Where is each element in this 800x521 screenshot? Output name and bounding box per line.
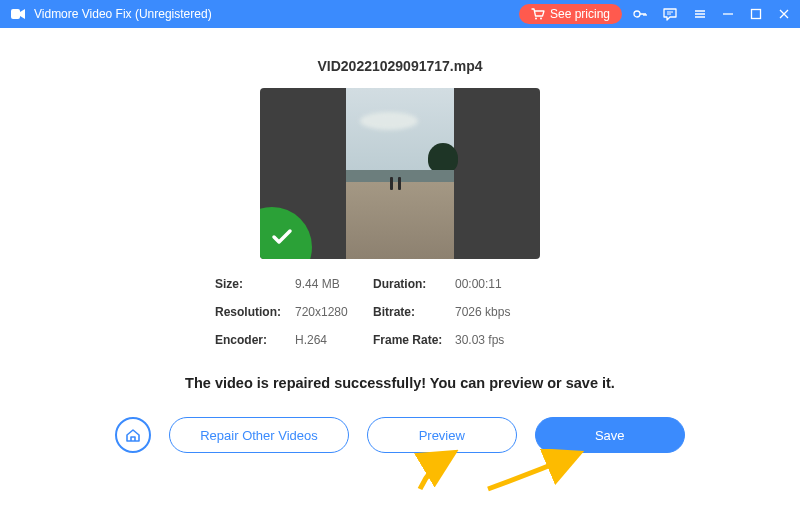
minimize-icon[interactable]: [722, 8, 734, 20]
app-title: Vidmore Video Fix (Unregistered): [34, 7, 212, 21]
repair-other-videos-button[interactable]: Repair Other Videos: [169, 417, 349, 453]
close-icon[interactable]: [778, 8, 790, 20]
framerate-label: Frame Rate:: [373, 333, 455, 347]
duration-label: Duration:: [373, 277, 455, 291]
see-pricing-button[interactable]: See pricing: [519, 4, 622, 24]
save-label: Save: [595, 428, 625, 443]
bitrate-label: Bitrate:: [373, 305, 455, 319]
encoder-value: H.264: [295, 333, 373, 347]
annotation-arrow-icon: [410, 449, 470, 493]
cart-icon: [531, 8, 545, 20]
resolution-label: Resolution:: [215, 305, 295, 319]
video-preview-thumbnail: [260, 88, 540, 259]
home-icon: [124, 426, 142, 444]
bitrate-value: 7026 kbps: [455, 305, 545, 319]
key-icon[interactable]: [632, 6, 648, 22]
resolution-value: 720x1280: [295, 305, 373, 319]
success-message: The video is repaired successfully! You …: [0, 375, 800, 391]
svg-rect-4: [752, 10, 761, 19]
home-button[interactable]: [115, 417, 151, 453]
encoder-label: Encoder:: [215, 333, 295, 347]
feedback-icon[interactable]: [662, 6, 678, 22]
video-metadata: Size: 9.44 MB Duration: 00:00:11 Resolut…: [215, 277, 585, 347]
maximize-icon[interactable]: [750, 8, 762, 20]
menu-icon[interactable]: [692, 6, 708, 22]
preview-button[interactable]: Preview: [367, 417, 517, 453]
duration-value: 00:00:11: [455, 277, 545, 291]
app-logo-icon: [10, 6, 26, 22]
framerate-value: 30.03 fps: [455, 333, 545, 347]
file-name: VID20221029091717.mp4: [0, 58, 800, 74]
preview-label: Preview: [419, 428, 465, 443]
see-pricing-label: See pricing: [550, 7, 610, 21]
titlebar: Vidmore Video Fix (Unregistered) See pri…: [0, 0, 800, 28]
annotation-arrow-icon: [480, 449, 590, 493]
size-label: Size:: [215, 277, 295, 291]
size-value: 9.44 MB: [295, 277, 373, 291]
save-button[interactable]: Save: [535, 417, 685, 453]
svg-point-3: [634, 11, 640, 17]
success-check-icon: [260, 207, 312, 259]
action-buttons: Repair Other Videos Preview Save: [0, 417, 800, 453]
svg-rect-0: [11, 9, 20, 19]
svg-point-2: [540, 18, 542, 20]
svg-point-1: [535, 18, 537, 20]
repair-other-label: Repair Other Videos: [200, 428, 318, 443]
